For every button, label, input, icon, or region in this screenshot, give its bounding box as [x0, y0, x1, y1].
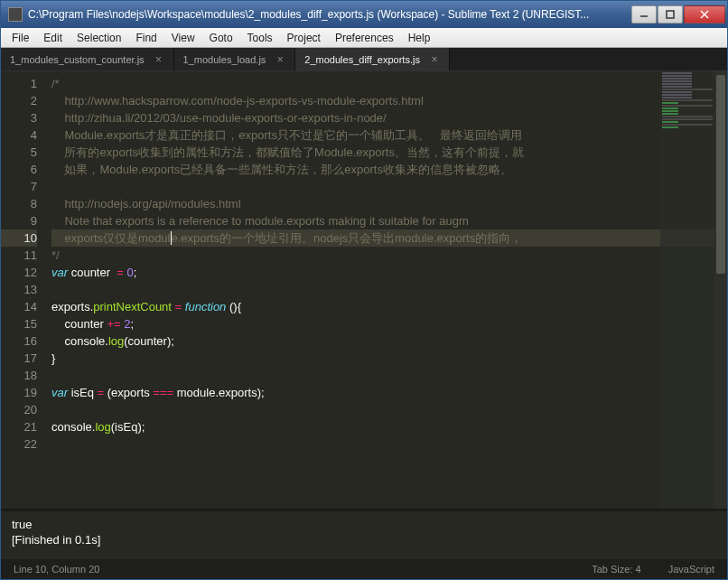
- code-line[interactable]: Note that exports is a reference to modu…: [51, 212, 727, 229]
- line-number: 17: [1, 350, 37, 367]
- svg-rect-1: [667, 11, 674, 18]
- menubar: FileEditSelectionFindViewGotoToolsProjec…: [1, 28, 727, 48]
- menu-file[interactable]: File: [5, 30, 36, 46]
- line-number: 10: [1, 229, 37, 247]
- menu-edit[interactable]: Edit: [36, 30, 70, 46]
- code-line[interactable]: http://nodejs.org/api/modules.html: [51, 195, 727, 212]
- line-number: 22: [1, 435, 37, 453]
- window-title: C:\Program Files\nodejs\Workspace\module…: [28, 8, 630, 21]
- line-number: 1: [1, 75, 37, 92]
- code-line[interactable]: var counter = 0;: [51, 264, 727, 281]
- menu-find[interactable]: Find: [128, 30, 163, 46]
- line-number: 2: [1, 92, 37, 109]
- line-number: 3: [1, 109, 37, 126]
- code-line[interactable]: http://www.hacksparrow.com/node-js-expor…: [51, 92, 727, 109]
- line-number: 18: [1, 367, 37, 384]
- line-number: 13: [1, 281, 37, 298]
- code-line[interactable]: [51, 281, 727, 298]
- line-number: 5: [1, 144, 37, 161]
- line-number: 21: [1, 418, 37, 435]
- line-number: 19: [1, 384, 37, 401]
- tab-size-indicator[interactable]: Tab Size: 4: [592, 564, 640, 575]
- code-line[interactable]: }: [51, 350, 727, 367]
- code-line[interactable]: http://zihua.li/2012/03/use-module-expor…: [51, 109, 727, 126]
- code-line[interactable]: */: [51, 247, 727, 264]
- code-line[interactable]: Module.exports才是真正的接口，exports只不过是它的一个辅助工…: [51, 126, 727, 144]
- line-number: 16: [1, 332, 37, 350]
- line-number: 7: [1, 178, 37, 195]
- menu-tools[interactable]: Tools: [240, 30, 280, 46]
- menu-view[interactable]: View: [164, 30, 202, 46]
- minimize-button[interactable]: [631, 5, 657, 23]
- code-line[interactable]: [51, 435, 727, 453]
- menu-preferences[interactable]: Preferences: [328, 30, 401, 46]
- menu-selection[interactable]: Selection: [70, 30, 128, 46]
- line-number: 11: [1, 247, 37, 264]
- gutter: 12345678910111213141516171819202122: [1, 71, 46, 509]
- code-line[interactable]: /*: [51, 75, 727, 92]
- code-line[interactable]: [51, 367, 727, 384]
- minimap[interactable]: [660, 71, 714, 509]
- line-number: 15: [1, 315, 37, 332]
- code-line[interactable]: 所有的exports收集到的属性和方法，都赋值给了Module.exports。…: [51, 144, 727, 161]
- menu-goto[interactable]: Goto: [202, 30, 240, 46]
- tab-label: 2_modules_diff_exports.js: [304, 54, 420, 65]
- tab-label: 1_modules_custom_counter.js: [10, 54, 145, 65]
- code-line[interactable]: [51, 401, 727, 418]
- app-window: C:\Program Files\nodejs\Workspace\module…: [0, 0, 728, 580]
- line-number: 20: [1, 401, 37, 418]
- window-controls: [630, 5, 725, 23]
- maximize-button[interactable]: [658, 5, 683, 23]
- statusbar: Line 10, Column 20 Tab Size: 4 JavaScrip…: [1, 559, 727, 579]
- code-line[interactable]: console.log(isEq);: [51, 418, 727, 435]
- close-button[interactable]: [684, 5, 725, 23]
- code-area[interactable]: /* http://www.hacksparrow.com/node-js-ex…: [46, 71, 727, 509]
- code-line[interactable]: console.log(counter);: [51, 332, 727, 350]
- code-line[interactable]: counter += 2;: [51, 315, 727, 332]
- scroll-thumb[interactable]: [716, 75, 725, 274]
- line-number: 4: [1, 126, 37, 144]
- code-line[interactable]: var isEq = (exports === module.exports);: [51, 384, 727, 401]
- menu-project[interactable]: Project: [280, 30, 328, 46]
- tab-label: 1_modules_load.js: [183, 54, 266, 65]
- vertical-scrollbar[interactable]: [714, 71, 727, 509]
- line-number: 14: [1, 298, 37, 315]
- file-tab[interactable]: 1_modules_load.js×: [174, 48, 296, 70]
- build-output[interactable]: true [Finished in 0.1s]: [1, 509, 727, 559]
- line-number: 12: [1, 264, 37, 281]
- close-icon[interactable]: ×: [154, 54, 164, 65]
- line-number: 6: [1, 161, 37, 178]
- code-line[interactable]: exports.printNextCount = function (){: [51, 298, 727, 315]
- titlebar[interactable]: C:\Program Files\nodejs\Workspace\module…: [1, 1, 727, 28]
- menu-help[interactable]: Help: [401, 30, 438, 46]
- close-icon[interactable]: ×: [275, 54, 285, 65]
- line-number: 9: [1, 212, 37, 229]
- file-tab[interactable]: 2_modules_diff_exports.js×: [295, 48, 450, 70]
- console-line: true: [12, 518, 32, 531]
- code-line[interactable]: exports仅仅是module.exports的一个地址引用。nodejs只会…: [51, 229, 727, 247]
- file-tab[interactable]: 1_modules_custom_counter.js×: [1, 48, 174, 70]
- code-line[interactable]: [51, 178, 727, 195]
- cursor-position: Line 10, Column 20: [14, 564, 99, 575]
- tabbar: 1_modules_custom_counter.js×1_modules_lo…: [1, 48, 727, 71]
- code-line[interactable]: 如果，Module.exports已经具备一些属性和方法，那么exports收集…: [51, 161, 727, 178]
- app-icon: [8, 7, 23, 22]
- close-icon[interactable]: ×: [429, 54, 440, 65]
- line-number: 8: [1, 195, 37, 212]
- console-line: [Finished in 0.1s]: [12, 533, 100, 547]
- syntax-indicator[interactable]: JavaScript: [668, 564, 714, 575]
- editor[interactable]: 12345678910111213141516171819202122 /* h…: [1, 71, 727, 509]
